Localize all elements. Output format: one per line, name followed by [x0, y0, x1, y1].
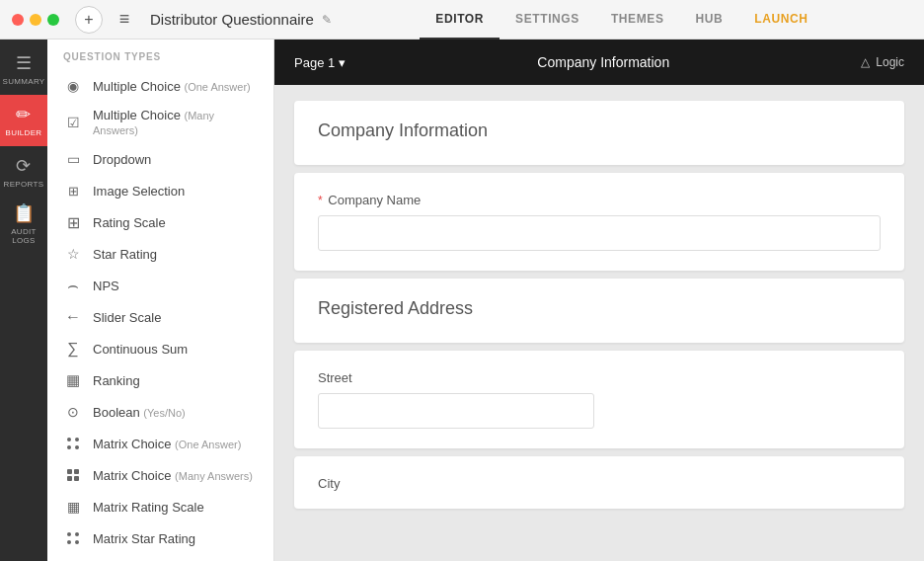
boolean-icon: ⊙	[63, 402, 83, 422]
svg-point-8	[67, 532, 71, 536]
qtype-matrix-choice-many[interactable]: Matrix Choice (Many Answers)	[47, 459, 273, 491]
svg-rect-4	[67, 469, 72, 474]
close-button[interactable]	[12, 14, 24, 26]
qtype-matrix-choice-one[interactable]: Matrix Choice (One Answer)	[47, 428, 273, 459]
qtype-boolean[interactable]: ⊙ Boolean (Yes/No)	[47, 396, 273, 428]
page-selector[interactable]: Page 1 ▾	[294, 55, 346, 70]
editor-content: Company Information * Company Name Regis…	[274, 85, 924, 532]
summary-icon: ☰	[16, 52, 32, 74]
qtype-continuous-sum[interactable]: ∑ Continuous Sum	[47, 333, 273, 364]
section-company-info: Company Information	[294, 101, 904, 165]
svg-point-0	[67, 438, 71, 441]
tab-editor[interactable]: EDITOR	[420, 0, 500, 40]
title-bar: + ≡ Distributor Questionnaire ✎ EDITOR S…	[0, 0, 924, 40]
add-button[interactable]: +	[75, 6, 103, 34]
minimize-button[interactable]	[30, 14, 41, 26]
tab-settings[interactable]: SETTINGS	[500, 0, 595, 40]
app-body: ☰ SUMMARY ✏ BUILDER ⟳ REPORTS 📋 AUDIT LO…	[0, 40, 924, 561]
qtype-multiple-choice-one[interactable]: ◉ Multiple Choice (One Answer)	[47, 70, 273, 102]
question-company-name: * Company Name	[294, 173, 904, 271]
svg-rect-7	[74, 476, 79, 481]
page-header: Page 1 ▾ Company Information △ Logic	[274, 40, 924, 85]
qtype-multiple-choice-many[interactable]: ☑ Multiple Choice (Many Answers)	[47, 102, 273, 143]
qtype-rating-scale[interactable]: ⊞ Rating Scale	[47, 206, 273, 238]
audit-icon: 📋	[13, 202, 35, 224]
rating-scale-icon: ⊞	[63, 212, 83, 232]
svg-rect-6	[67, 476, 72, 481]
svg-rect-5	[74, 469, 79, 474]
star-icon: ☆	[63, 244, 83, 264]
tab-themes[interactable]: THEMES	[595, 0, 680, 40]
page-dropdown-icon: ▾	[339, 55, 346, 70]
qtype-matrix-rating-scale[interactable]: ▦ Matrix Rating Scale	[47, 491, 273, 522]
required-star: *	[318, 194, 323, 207]
image-icon: ⊞	[63, 181, 83, 200]
section-title-company-info: Company Information	[318, 120, 881, 141]
question-street: Street	[294, 351, 904, 448]
city-label: City	[318, 476, 881, 491]
menu-button[interactable]: ≡	[111, 6, 138, 34]
editor-area: Page 1 ▾ Company Information △ Logic Com…	[274, 40, 924, 561]
panel-title: QUESTION TYPES	[47, 51, 273, 70]
question-types-panel: QUESTION TYPES ◉ Multiple Choice (One An…	[47, 40, 274, 561]
matrix-one-icon	[63, 434, 83, 453]
page-label: Page 1	[294, 55, 335, 70]
edit-title-icon[interactable]: ✎	[322, 13, 332, 27]
svg-point-11	[75, 540, 79, 544]
company-name-label: * Company Name	[318, 193, 881, 207]
sidebar-item-audit-logs[interactable]: 📋 AUDIT LOGS	[0, 198, 47, 249]
svg-point-1	[75, 438, 79, 441]
qtype-ranking[interactable]: ▦ Ranking	[47, 364, 273, 396]
slider-icon: ←	[63, 307, 83, 327]
dropdown-icon: ▭	[63, 149, 83, 169]
tab-launch[interactable]: LAUNCH	[738, 0, 823, 40]
logic-button[interactable]: △ Logic	[861, 55, 904, 69]
matrix-rating-icon: ▦	[63, 497, 83, 517]
document-title: Distributor Questionnaire ✎	[150, 11, 332, 28]
svg-point-2	[67, 445, 71, 449]
qtype-nps[interactable]: ⌢ NPS	[47, 270, 273, 301]
matrix-star-icon	[63, 528, 83, 548]
maximize-button[interactable]	[47, 14, 59, 26]
svg-point-10	[67, 540, 71, 544]
qtype-image-selection[interactable]: ⊞ Image Selection	[47, 175, 273, 206]
logic-icon: △	[861, 55, 870, 69]
top-nav: EDITOR SETTINGS THEMES HUB LAUNCH	[332, 0, 912, 40]
sigma-icon: ∑	[63, 339, 83, 359]
street-label: Street	[318, 370, 881, 385]
svg-point-3	[75, 445, 79, 449]
sidebar-item-summary[interactable]: ☰ SUMMARY	[0, 43, 47, 95]
matrix-many-icon	[63, 465, 83, 485]
reports-icon: ⟳	[16, 155, 31, 177]
question-city: City	[294, 456, 904, 509]
page-title: Company Information	[346, 54, 861, 70]
section-title-registered-address: Registered Address	[318, 298, 881, 319]
builder-icon: ✏	[16, 104, 31, 125]
section-registered-address: Registered Address	[294, 279, 904, 343]
tab-hub[interactable]: HUB	[679, 0, 738, 40]
traffic-lights	[12, 14, 59, 26]
qtype-slider-scale[interactable]: ← Slider Scale	[47, 301, 273, 333]
street-input[interactable]	[318, 393, 594, 429]
ranking-icon: ▦	[63, 370, 83, 390]
radio-icon: ◉	[63, 76, 83, 96]
qtype-matrix-star-rating[interactable]: Matrix Star Rating	[47, 522, 273, 554]
sidebar-item-builder[interactable]: ✏ BUILDER	[0, 95, 47, 146]
qtype-dropdown[interactable]: ▭ Dropdown	[47, 143, 273, 175]
company-name-input[interactable]	[318, 215, 881, 251]
qtype-star-rating[interactable]: ☆ Star Rating	[47, 238, 273, 270]
checkbox-icon: ☑	[63, 113, 83, 132]
svg-point-9	[75, 532, 79, 536]
sidebar-item-reports[interactable]: ⟳ REPORTS	[0, 146, 47, 198]
nps-icon: ⌢	[63, 276, 83, 295]
icon-sidebar: ☰ SUMMARY ✏ BUILDER ⟳ REPORTS 📋 AUDIT LO…	[0, 40, 47, 561]
